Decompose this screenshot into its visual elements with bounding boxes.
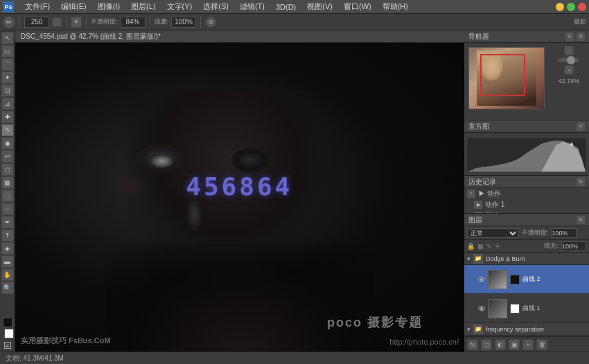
history-icons: ≡	[577, 178, 585, 186]
menu-select[interactable]: 选择(S)	[200, 1, 231, 12]
delete-layer-btn[interactable]: 🗑	[536, 339, 547, 350]
dodge-tool[interactable]: ○	[1, 203, 14, 215]
navigator-zoom-out-btn[interactable]: −	[564, 46, 574, 55]
poco-watermark: poco 摄影专题	[327, 314, 423, 331]
layers-blend-row: 正常 不透明度:	[464, 226, 589, 240]
minimize-btn[interactable]	[556, 3, 564, 11]
menu-bar: Ps 文件(F) 编辑(E) 图像(I) 图层(L) 文字(Y) 选择(S) 滤…	[0, 0, 589, 14]
close-btn[interactable]	[578, 3, 586, 11]
selection-tool[interactable]: ▭	[1, 45, 14, 57]
app-logo: Ps	[3, 1, 14, 12]
history-item-1[interactable]: ▶动作 1	[464, 199, 589, 210]
eraser-tool[interactable]: ◻	[1, 163, 14, 176]
navigator-header: 导航器 ≡ ✕	[464, 30, 589, 43]
layers-title-label: 图层	[468, 215, 482, 225]
zoom-tool[interactable]: 🔍	[1, 282, 14, 294]
layer-curve1[interactable]: 曲线 1	[464, 294, 589, 323]
layer-vis-curve2[interactable]	[477, 275, 486, 284]
mouth-shadow	[159, 244, 211, 259]
history-item-label-1: 动作 1	[485, 200, 504, 210]
navigator-rect	[480, 54, 525, 97]
lock-pos-icon: ✛	[495, 243, 500, 250]
blend-mode-select[interactable]: 正常	[467, 228, 519, 238]
foreground-color[interactable]	[3, 318, 12, 327]
history-title: 历史记录	[468, 177, 496, 187]
layer-name-curve2: 曲线 2	[522, 275, 540, 284]
history-collapse-btn[interactable]: ≡	[577, 178, 585, 186]
layer-curve2[interactable]: 曲线 2	[464, 265, 589, 294]
navigator-close-btn[interactable]: ✕	[577, 33, 585, 41]
menu-window[interactable]: 窗口(W)	[341, 1, 374, 12]
history-brush-tool[interactable]: ↩	[1, 150, 14, 163]
layer-thumb-curve2	[488, 270, 507, 289]
shape-tool[interactable]: ▬	[1, 255, 14, 268]
workspace-btn[interactable]: 摄影	[574, 17, 586, 26]
brush-tool[interactable]: ✎	[1, 124, 14, 136]
canvas-image[interactable]: 456864 实用摄影技巧 FsBus.CoM http://photo.poc…	[15, 43, 464, 352]
watermark-right: http://photo.poco.cn/	[389, 338, 459, 346]
menu-text[interactable]: 文字(Y)	[164, 1, 195, 12]
toolbar-separator-2	[66, 17, 67, 28]
fx-btn[interactable]: fx	[467, 339, 478, 350]
history-item-0[interactable]: ✓▶ 动作	[464, 188, 589, 199]
eye-icon-curve1	[478, 306, 485, 311]
number-overlay: 456864	[186, 172, 292, 201]
flow-input[interactable]	[171, 17, 196, 28]
lasso-tool[interactable]: ⌒	[1, 58, 14, 71]
pen-tool[interactable]: ✒	[1, 216, 14, 228]
hand-tool[interactable]: ✋	[1, 269, 14, 281]
background-color[interactable]	[4, 329, 14, 338]
eyedropper-tool[interactable]: ⊿	[1, 98, 14, 110]
dodge-burn-group-header[interactable]: ▾ 📁 Dodge & Burn	[464, 253, 589, 265]
canvas-title-text: DSC_4554.psd @ 42.7% (曲线 2, 图层蒙版/)*	[21, 32, 161, 42]
menu-edit[interactable]: 编辑(E)	[58, 1, 89, 12]
cheek-glow	[114, 172, 149, 200]
canvas-tab[interactable]: DSC_4554.psd @ 42.7% (曲线 2, 图层蒙版/)*	[15, 30, 464, 43]
histogram-collapse-btn[interactable]: ≡	[577, 122, 585, 131]
brush-picker-btn[interactable]	[52, 17, 62, 27]
gradient-tool[interactable]: ▦	[1, 176, 14, 189]
move-tool[interactable]: ↖	[1, 32, 14, 44]
navigator-content: − + 42.74%	[464, 43, 589, 120]
swap-colors-btn[interactable]: ⇄	[4, 342, 11, 349]
group-folder-icon-1: 📁	[473, 254, 483, 264]
menu-3d[interactable]: 3D(D)	[273, 3, 299, 11]
navigator-zoom-in-btn[interactable]: +	[564, 65, 574, 75]
path-select-tool[interactable]: ◈	[1, 242, 14, 255]
layers-fill-row: 🔒 ▦ ✎ ✛ 填充:	[464, 240, 589, 253]
freq-sep-group-header[interactable]: ▾ 📁 frequency separation	[464, 323, 589, 336]
group-btn[interactable]: ▣	[509, 339, 520, 350]
magic-wand-tool[interactable]: ✦	[1, 71, 14, 84]
layers-fill-input[interactable]	[561, 242, 586, 251]
layers-menu-btn[interactable]: ≡	[577, 216, 585, 224]
brush-size-input[interactable]	[24, 17, 49, 28]
layers-opacity-input[interactable]	[552, 228, 577, 238]
clone-tool[interactable]: ◉	[1, 137, 14, 149]
menu-help[interactable]: 帮助(H)	[380, 1, 411, 12]
menu-image[interactable]: 图像(I)	[95, 1, 123, 12]
healing-tool[interactable]: ✚	[1, 111, 14, 123]
menu-file[interactable]: 文件(F)	[22, 1, 53, 12]
menu-layer[interactable]: 图层(L)	[128, 1, 158, 12]
navigator-zoom-thumb[interactable]	[567, 56, 575, 64]
navigator-collapse-btn[interactable]: ≡	[565, 33, 574, 41]
adjustment-btn[interactable]: ◐	[495, 339, 506, 350]
toolbar-separator-1	[19, 17, 20, 28]
navigator-zoom-slider[interactable]	[559, 58, 579, 62]
history-item-label-0: ▶ 动作	[478, 189, 501, 199]
new-layer-btn[interactable]: +	[522, 339, 534, 350]
airbrush-btn[interactable]: ◎	[205, 17, 216, 28]
add-mask-btn[interactable]: ◻	[481, 339, 492, 350]
menu-filter[interactable]: 滤镜(T)	[237, 1, 267, 12]
menu-view[interactable]: 视图(V)	[304, 1, 335, 12]
text-tool[interactable]: T	[1, 229, 14, 242]
layers-bottom-toolbar: fx ◻ ◐ ▣ + 🗑	[464, 336, 589, 352]
brush-tool-icon[interactable]: ✏	[3, 16, 15, 28]
mode-btn[interactable]: ≡	[71, 17, 82, 28]
layer-vis-curve1[interactable]	[477, 304, 486, 313]
maximize-btn[interactable]	[567, 3, 575, 11]
histogram-panel: 直方图 ≡ ▲	[464, 120, 589, 176]
opacity-input[interactable]	[121, 17, 146, 28]
crop-tool[interactable]: ⊡	[1, 84, 14, 97]
blur-tool[interactable]: ◌	[1, 190, 14, 202]
